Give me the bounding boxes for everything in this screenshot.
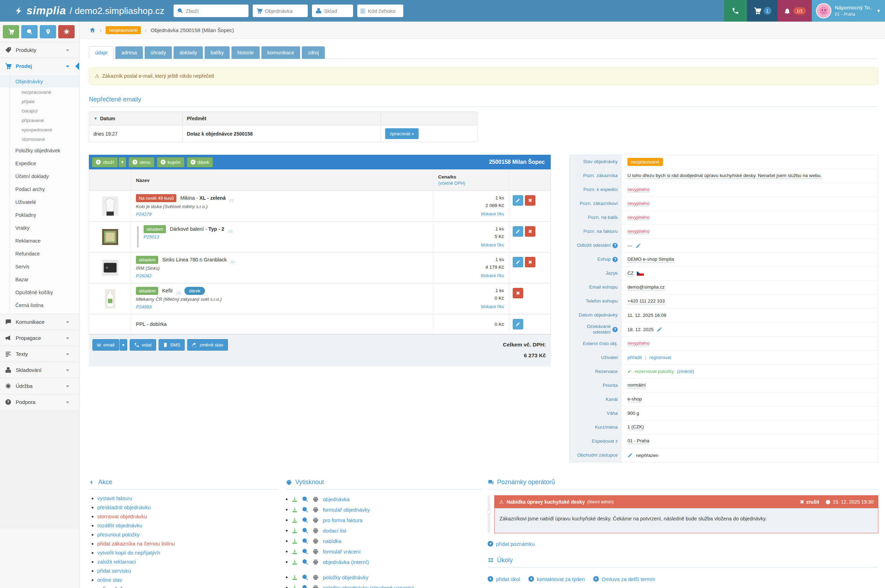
sidebar-item-komunikace[interactable]: Komunikace (0, 314, 79, 330)
language-value[interactable]: CZ (627, 270, 634, 276)
sidebar-item-pripravene[interactable]: připravené (0, 116, 79, 125)
empty-value[interactable]: nevyplněno (627, 341, 650, 346)
printer-icon[interactable] (312, 548, 319, 555)
phone-button[interactable] (724, 0, 747, 22)
breadcrumb-status-badge[interactable]: nezpracované (106, 26, 141, 34)
eshop-phone-value[interactable]: +420 111 222 333 (627, 298, 665, 304)
sidebar-item-polozky-objednavek[interactable]: Položky objednávek (0, 144, 79, 157)
print-doc-link[interactable]: pro forma faktura (323, 517, 363, 523)
download-icon[interactable] (291, 527, 298, 534)
tab-baliky[interactable]: balíky (205, 46, 230, 59)
cancel-note-button[interactable]: ✖zrušit (800, 499, 819, 505)
product-thumbnail[interactable] (105, 289, 116, 309)
product-code-link[interactable]: P24993 (136, 304, 152, 309)
customer-note-value[interactable]: U toho dřezu bych si rád doobjednal úpra… (627, 173, 822, 179)
product-code-link[interactable]: P25013 (144, 234, 159, 240)
printer-icon[interactable] (312, 496, 319, 502)
action-link[interactable]: přidat zákazníka na černou listinu (97, 541, 175, 546)
product-thumbnail[interactable] (102, 229, 118, 245)
sidebar-item-servis[interactable]: Servis (0, 260, 79, 273)
sidebar-item-ucetni-doklady[interactable]: Účetní doklady (0, 170, 79, 183)
action-link[interactable]: vystavit fakturu (97, 495, 132, 501)
print-doc-link[interactable]: nabídka (323, 538, 341, 544)
stock-search-input[interactable] (324, 8, 350, 14)
sidebar-item-podaci-archy[interactable]: Podací archy (0, 183, 79, 195)
empty-value[interactable]: nevyplněno (627, 187, 650, 192)
sidebar-item-propagace[interactable]: Propagace (0, 330, 79, 346)
pencil-icon[interactable] (627, 452, 633, 458)
sms-button[interactable]: SMS (159, 339, 185, 351)
stock-search[interactable] (312, 4, 353, 17)
printer-icon[interactable] (312, 517, 319, 524)
action-link[interactable]: přidat servisku (97, 568, 131, 574)
sidebar-item-cerna-listina[interactable]: Černá listina (0, 299, 79, 312)
product-code-link[interactable]: P24279 (136, 212, 152, 217)
preview-icon[interactable] (302, 496, 309, 502)
order-search[interactable] (253, 4, 308, 17)
edit-item-button[interactable] (513, 226, 523, 237)
quick-map-button[interactable] (40, 25, 56, 38)
download-icon[interactable] (291, 559, 298, 566)
product-thumbnail[interactable] (102, 260, 118, 276)
print-doc-link[interactable]: objednávka (323, 496, 350, 502)
sidebar-item-opustene-kosiky[interactable]: Opuštěné košíky (0, 286, 79, 299)
call-button[interactable]: volat (130, 339, 156, 351)
preview-icon[interactable] (302, 527, 309, 534)
channel-value[interactable]: e-shop (627, 396, 642, 402)
sidebar-item-udrzba[interactable]: Údržba (0, 378, 79, 394)
tab-uhrady[interactable]: úhrady (145, 46, 172, 59)
tab-adresa[interactable]: adresa (116, 46, 142, 59)
apology-longer-term-link[interactable]: +Omluva za delší termín (593, 576, 655, 582)
printer-icon[interactable] (312, 527, 319, 534)
eshop-value[interactable]: DEMO e-shop Simplia (627, 256, 674, 262)
print-doc-link[interactable]: položky objednávky (323, 574, 368, 580)
product-search-input[interactable] (186, 8, 245, 14)
home-icon[interactable] (89, 27, 96, 33)
download-icon[interactable] (291, 574, 298, 580)
action-link[interactable]: založit reklamaci (97, 559, 136, 565)
print-doc-link[interactable]: položky objednávky (sloučené varianty) (323, 585, 414, 588)
preview-icon[interactable] (302, 574, 309, 580)
expand-name-link[interactable]: … (177, 288, 181, 294)
print-doc-link[interactable]: formulář objednávky (323, 507, 370, 513)
product-search[interactable] (174, 4, 249, 17)
price-note-link[interactable]: (včetně DPH) (438, 180, 504, 186)
sidebar-item-refundace[interactable]: Refundace (0, 247, 79, 260)
printer-icon[interactable] (312, 538, 319, 544)
expand-name-link[interactable]: … (228, 226, 232, 232)
preview-icon[interactable] (302, 559, 309, 566)
ship-from-value[interactable]: 01 - Praha (627, 438, 650, 444)
download-icon[interactable] (291, 548, 298, 555)
printer-icon[interactable] (312, 507, 319, 513)
tab-doklady[interactable]: doklady (174, 46, 203, 59)
tab-komunikace[interactable]: komunikace (261, 46, 300, 59)
sidebar-item-bazar[interactable]: Bazar (0, 273, 79, 286)
action-link[interactable]: vytvořit kopii do nepřijatých (97, 550, 160, 556)
expand-name-link[interactable]: … (230, 257, 235, 263)
edit-item-button[interactable] (513, 257, 523, 267)
simplia-logo[interactable]: simplia / demo2.simpliashop.cz (14, 4, 165, 17)
sidebar-item-stornovane[interactable]: stornované (0, 135, 79, 144)
delete-item-button[interactable]: ✖ (525, 257, 536, 267)
empty-value[interactable]: nevyplněno (627, 215, 650, 220)
preview-icon[interactable] (302, 517, 309, 524)
blocked-stock-link[interactable]: blokace 0ks (481, 243, 504, 248)
action-link[interactable]: rozdělit objednávku (97, 522, 142, 528)
preview-icon[interactable] (302, 538, 309, 544)
currency-value[interactable]: 1 (CZK) (627, 424, 644, 430)
user-menu[interactable]: Nápomocný To... 01 - Praha ▼ (812, 0, 885, 22)
blocked-stock-link[interactable]: blokace 0ks (481, 212, 504, 216)
preview-icon[interactable] (302, 507, 309, 513)
tab-historie[interactable]: historie (231, 46, 260, 59)
assign-user-link[interactable]: přiřadit (627, 355, 642, 360)
add-note-link[interactable]: +přidat poznámku (488, 541, 535, 547)
change-state-button[interactable]: změnit stav (187, 339, 228, 351)
sidebar-item-texty[interactable]: Texty (0, 346, 79, 362)
pencil-icon[interactable] (657, 327, 662, 332)
code-search[interactable] (357, 4, 403, 17)
notes-scrollbar[interactable] (488, 495, 490, 533)
help-icon[interactable]: ? (612, 257, 618, 262)
tab-zdroj[interactable]: zdroj (302, 46, 324, 59)
cart-button[interactable]: 1 (747, 0, 778, 22)
sidebar-item-vratky[interactable]: Vratky (0, 221, 79, 234)
